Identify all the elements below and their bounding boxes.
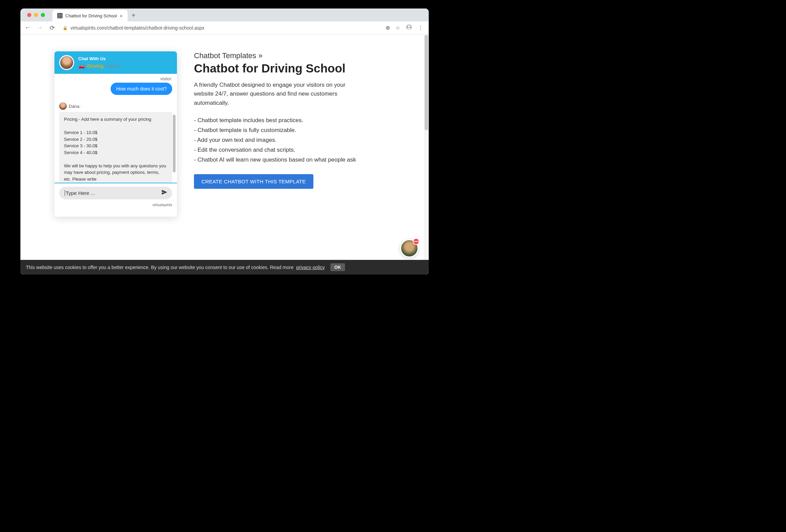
brand-driving: Driving: [87, 63, 103, 69]
new-tab-button[interactable]: +: [132, 12, 136, 19]
page-title: Chatbot for Driving School: [194, 62, 357, 75]
favicon: ⬚: [57, 13, 63, 18]
zoom-icon[interactable]: ⊕: [386, 24, 390, 31]
create-chatbot-button[interactable]: CREATE CHATBOT WITH THIS TEMPLATE: [194, 174, 313, 189]
agent-avatar-small: [59, 102, 67, 110]
car-icon: 🚗: [78, 63, 85, 69]
tab-bar: ⬚ Chatbot for Driving School × +: [20, 9, 429, 21]
chat-header-label: Chat With Us: [78, 56, 120, 61]
svg-point-1: [408, 25, 410, 27]
privacy-policy-link[interactable]: privacy policy: [296, 265, 325, 270]
feature-item: - Add your own text and images.: [194, 135, 357, 145]
feature-item: - Chatbot template is fully customizable…: [194, 126, 357, 135]
chat-header: Chat With Us 🚗 Driving School: [54, 51, 177, 74]
agent-name: Dana:: [69, 104, 81, 109]
agent-message: Pricing - Add here a summary of your pri…: [59, 112, 172, 183]
chat-input-placeholder: Type Here ...: [66, 190, 95, 196]
lock-icon: 🔒: [63, 26, 68, 30]
breadcrumb[interactable]: Chatbot Templates »: [194, 51, 357, 60]
page-scrollbar[interactable]: [424, 34, 429, 275]
chat-input[interactable]: Type Here ...: [59, 187, 172, 199]
bookmark-icon[interactable]: ☆: [395, 24, 400, 31]
window-controls: [24, 13, 48, 17]
cookie-ok-button[interactable]: OK: [330, 263, 345, 271]
feature-item: - Edit the conversation and chat scripts…: [194, 145, 357, 155]
chat-launcher-button[interactable]: ●●●: [400, 239, 419, 257]
forward-button[interactable]: →: [36, 24, 44, 32]
maximize-window-button[interactable]: [41, 13, 45, 17]
brand-school: School: [105, 63, 120, 69]
close-tab-button[interactable]: ×: [120, 13, 123, 19]
profile-icon[interactable]: [406, 24, 412, 32]
chat-scrollbar[interactable]: [173, 115, 176, 172]
feature-item: - Chatbot template includes best practic…: [194, 116, 357, 126]
chat-body: visitor: How much does it cost? Dana: Pr…: [54, 74, 177, 183]
page-content: Chat With Us 🚗 Driving School visitor: H…: [20, 34, 429, 275]
features-list: - Chatbot template includes best practic…: [194, 116, 357, 165]
address-bar: ← → ⟳ 🔒 virtualspirits.com/chatbot-templ…: [20, 21, 429, 34]
url-bar[interactable]: 🔒 virtualspirits.com/chatbot-templates/c…: [61, 25, 381, 31]
chat-input-row: Type Here ...: [54, 183, 177, 203]
visitor-message: How much does it cost?: [111, 83, 172, 95]
chat-footer: virtualspirits: [54, 203, 177, 210]
tab-title: Chatbot for Driving School: [65, 13, 117, 18]
visitor-label: visitor:: [59, 77, 172, 81]
main-content: Chatbot Templates » Chatbot for Driving …: [194, 51, 357, 275]
url-text: virtualspirits.com/chatbot-templates/cha…: [70, 25, 204, 31]
agent-avatar-large: [59, 55, 74, 70]
chat-brand: 🚗 Driving School: [78, 63, 120, 69]
send-icon[interactable]: [161, 189, 167, 197]
cookie-banner: This website uses cookies to offer you a…: [20, 260, 429, 275]
chat-notification-badge: ●●●: [413, 238, 420, 245]
cookie-text: This website uses cookies to offer you a…: [26, 265, 294, 270]
chat-widget: Chat With Us 🚗 Driving School visitor: H…: [54, 51, 177, 217]
browser-tab[interactable]: ⬚ Chatbot for Driving School ×: [52, 10, 128, 21]
agent-row: Dana:: [59, 100, 172, 110]
page-description: A friendly Chatbot designed to engage yo…: [194, 81, 357, 107]
reload-button[interactable]: ⟳: [48, 24, 56, 32]
menu-icon[interactable]: ⋮: [418, 24, 423, 31]
browser-window: ⬚ Chatbot for Driving School × + ← → ⟳ 🔒…: [20, 9, 429, 275]
minimize-window-button[interactable]: [34, 13, 38, 17]
close-window-button[interactable]: [27, 13, 31, 17]
feature-item: - Chatbot AI will learn new questions ba…: [194, 155, 357, 165]
back-button[interactable]: ←: [24, 24, 31, 32]
